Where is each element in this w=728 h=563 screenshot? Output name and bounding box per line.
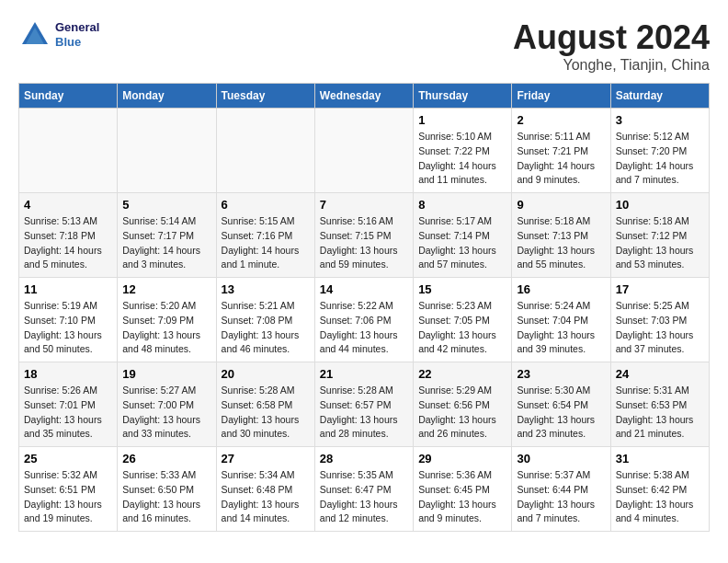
calendar-cell: 30Sunrise: 5:37 AMSunset: 6:44 PMDayligh… [512,447,610,532]
day-number: 19 [122,367,210,381]
calendar-cell: 3Sunrise: 5:12 AMSunset: 7:20 PMDaylight… [610,109,709,193]
logo-line2: Blue [55,35,99,50]
calendar-cell [118,109,216,193]
day-number: 26 [122,452,210,465]
calendar-cell: 23Sunrise: 5:30 AMSunset: 6:54 PMDayligh… [512,362,610,447]
day-detail: Sunrise: 5:35 AMSunset: 6:47 PMDaylight:… [320,468,408,526]
day-number: 6 [222,198,310,212]
day-number: 28 [320,452,408,465]
calendar-cell: 25Sunrise: 5:32 AMSunset: 6:51 PMDayligh… [19,447,118,532]
calendar-cell: 9Sunrise: 5:18 AMSunset: 7:13 PMDaylight… [512,193,610,278]
logo-line1: General [55,20,99,35]
calendar-cell: 18Sunrise: 5:26 AMSunset: 7:01 PMDayligh… [19,362,118,447]
week-row-4: 18Sunrise: 5:26 AMSunset: 7:01 PMDayligh… [19,362,710,447]
calendar-cell: 20Sunrise: 5:28 AMSunset: 6:58 PMDayligh… [216,362,314,447]
col-header-tuesday: Tuesday [216,84,314,109]
calendar-cell: 12Sunrise: 5:20 AMSunset: 7:09 PMDayligh… [118,278,216,362]
day-number: 14 [320,282,408,296]
day-number: 17 [616,282,704,296]
day-detail: Sunrise: 5:20 AMSunset: 7:09 PMDaylight:… [122,299,210,357]
day-detail: Sunrise: 5:36 AMSunset: 6:45 PMDaylight:… [418,468,506,526]
week-row-5: 25Sunrise: 5:32 AMSunset: 6:51 PMDayligh… [19,447,710,532]
col-header-sunday: Sunday [19,84,118,109]
day-number: 15 [418,282,506,296]
day-detail: Sunrise: 5:26 AMSunset: 7:01 PMDaylight:… [24,384,112,442]
subtitle: Yonghe, Tianjin, China [513,57,710,74]
day-number: 5 [122,198,210,212]
day-detail: Sunrise: 5:27 AMSunset: 7:00 PMDaylight:… [122,384,210,442]
day-number: 16 [517,282,605,296]
day-detail: Sunrise: 5:29 AMSunset: 6:56 PMDaylight:… [418,384,506,442]
week-row-3: 11Sunrise: 5:19 AMSunset: 7:10 PMDayligh… [19,278,710,362]
day-detail: Sunrise: 5:10 AMSunset: 7:22 PMDaylight:… [418,130,506,188]
day-number: 21 [320,367,408,381]
day-detail: Sunrise: 5:12 AMSunset: 7:20 PMDaylight:… [616,130,704,188]
logo-icon [18,18,51,52]
day-number: 30 [517,452,605,465]
calendar-cell: 15Sunrise: 5:23 AMSunset: 7:05 PMDayligh… [414,278,512,362]
day-number: 2 [517,113,605,127]
col-header-saturday: Saturday [610,84,709,109]
col-header-monday: Monday [118,84,216,109]
day-detail: Sunrise: 5:11 AMSunset: 7:21 PMDaylight:… [517,130,605,188]
day-number: 1 [418,113,506,127]
day-number: 13 [222,282,310,296]
day-number: 18 [24,367,112,381]
day-number: 29 [418,452,506,465]
day-detail: Sunrise: 5:18 AMSunset: 7:12 PMDaylight:… [616,214,704,272]
calendar-cell: 19Sunrise: 5:27 AMSunset: 7:00 PMDayligh… [118,362,216,447]
day-number: 10 [616,198,704,212]
day-detail: Sunrise: 5:25 AMSunset: 7:03 PMDaylight:… [616,299,704,357]
day-number: 22 [418,367,506,381]
calendar-cell: 5Sunrise: 5:14 AMSunset: 7:17 PMDaylight… [118,193,216,278]
calendar-cell: 11Sunrise: 5:19 AMSunset: 7:10 PMDayligh… [19,278,118,362]
logo: General Blue [18,18,99,52]
day-detail: Sunrise: 5:23 AMSunset: 7:05 PMDaylight:… [418,299,506,357]
day-detail: Sunrise: 5:30 AMSunset: 6:54 PMDaylight:… [517,384,605,442]
day-number: 11 [24,282,112,296]
day-detail: Sunrise: 5:38 AMSunset: 6:42 PMDaylight:… [616,468,704,526]
calendar-cell: 29Sunrise: 5:36 AMSunset: 6:45 PMDayligh… [414,447,512,532]
day-detail: Sunrise: 5:15 AMSunset: 7:16 PMDaylight:… [222,214,310,272]
logo-text: General Blue [55,20,99,49]
calendar-cell: 6Sunrise: 5:15 AMSunset: 7:16 PMDaylight… [216,193,314,278]
calendar-cell: 31Sunrise: 5:38 AMSunset: 6:42 PMDayligh… [610,447,709,532]
day-number: 12 [122,282,210,296]
header-row: SundayMondayTuesdayWednesdayThursdayFrid… [19,84,710,109]
week-row-1: 1Sunrise: 5:10 AMSunset: 7:22 PMDaylight… [19,109,710,193]
calendar-cell: 10Sunrise: 5:18 AMSunset: 7:12 PMDayligh… [610,193,709,278]
day-detail: Sunrise: 5:31 AMSunset: 6:53 PMDaylight:… [616,384,704,442]
calendar-cell [216,109,314,193]
day-number: 31 [616,452,704,465]
day-detail: Sunrise: 5:13 AMSunset: 7:18 PMDaylight:… [24,214,112,272]
main-title: August 2024 [513,18,710,57]
calendar-body: 1Sunrise: 5:10 AMSunset: 7:22 PMDaylight… [19,109,710,532]
calendar-header: SundayMondayTuesdayWednesdayThursdayFrid… [19,84,710,109]
day-number: 8 [418,198,506,212]
col-header-wednesday: Wednesday [314,84,413,109]
calendar-cell: 8Sunrise: 5:17 AMSunset: 7:14 PMDaylight… [414,193,512,278]
calendar-cell: 4Sunrise: 5:13 AMSunset: 7:18 PMDaylight… [19,193,118,278]
week-row-2: 4Sunrise: 5:13 AMSunset: 7:18 PMDaylight… [19,193,710,278]
calendar-cell: 13Sunrise: 5:21 AMSunset: 7:08 PMDayligh… [216,278,314,362]
calendar-cell: 1Sunrise: 5:10 AMSunset: 7:22 PMDaylight… [414,109,512,193]
calendar-cell: 21Sunrise: 5:28 AMSunset: 6:57 PMDayligh… [314,362,413,447]
day-detail: Sunrise: 5:18 AMSunset: 7:13 PMDaylight:… [517,214,605,272]
day-detail: Sunrise: 5:14 AMSunset: 7:17 PMDaylight:… [122,214,210,272]
day-number: 4 [24,198,112,212]
day-number: 25 [24,452,112,465]
day-number: 7 [320,198,408,212]
day-number: 20 [222,367,310,381]
day-detail: Sunrise: 5:32 AMSunset: 6:51 PMDaylight:… [24,468,112,526]
calendar-cell: 24Sunrise: 5:31 AMSunset: 6:53 PMDayligh… [610,362,709,447]
day-number: 24 [616,367,704,381]
calendar-cell: 2Sunrise: 5:11 AMSunset: 7:21 PMDaylight… [512,109,610,193]
day-detail: Sunrise: 5:17 AMSunset: 7:14 PMDaylight:… [418,214,506,272]
day-number: 9 [517,198,605,212]
day-number: 3 [616,113,704,127]
page-header: General Blue August 2024 Yonghe, Tianjin… [18,18,710,74]
calendar-cell: 27Sunrise: 5:34 AMSunset: 6:48 PMDayligh… [216,447,314,532]
calendar-cell [314,109,413,193]
day-detail: Sunrise: 5:28 AMSunset: 6:58 PMDaylight:… [222,384,310,442]
col-header-friday: Friday [512,84,610,109]
